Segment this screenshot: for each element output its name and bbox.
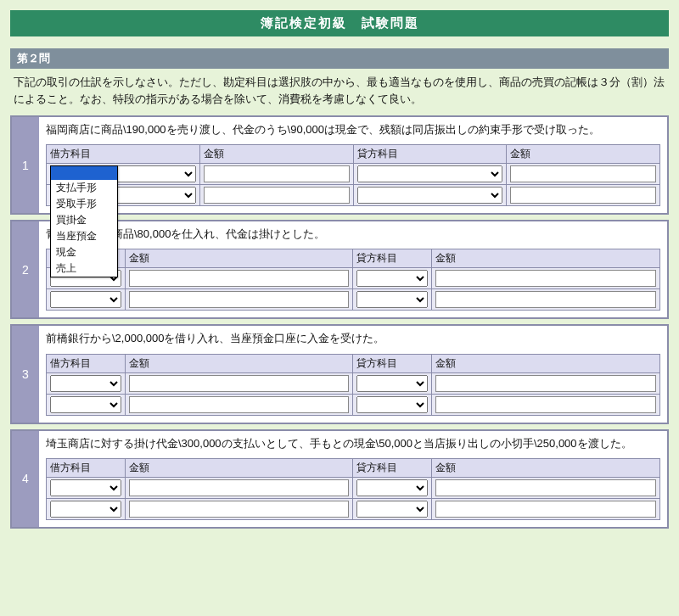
col-debit-account: 借方科目 [47,145,200,164]
dropdown-option[interactable]: 現金 [51,244,117,260]
dropdown-option[interactable]: 支払手形 [51,180,117,196]
table-row [47,477,660,498]
dropdown-option[interactable]: 買掛金 [51,212,117,228]
table-row [47,185,660,206]
instructions-text: 下記の取引の仕訳を示しなさい。ただし、勘定科目は選択肢の中から、最も適当なものを… [10,69,669,115]
credit-account-select[interactable] [356,501,428,518]
col-credit-account: 貸方科目 [353,249,432,268]
debit-amount-input[interactable] [129,501,350,518]
credit-amount-input[interactable] [510,165,656,182]
credit-account-select[interactable] [357,165,503,182]
col-debit-account: 借方科目 [47,354,126,372]
col-debit-amount: 金額 [199,145,353,164]
credit-amount-input[interactable] [435,396,656,413]
col-credit-amount: 金額 [432,249,660,268]
question-number: 4 [12,431,39,527]
dropdown-option[interactable]: 売上 [51,260,117,277]
credit-account-select[interactable] [356,375,428,392]
col-credit-account: 貸方科目 [353,458,432,477]
dropdown-option[interactable] [51,166,117,180]
credit-account-select[interactable] [356,479,428,496]
credit-amount-input[interactable] [435,375,656,392]
question-text: 埼玉商店に対する掛け代金\300,000の支払いとして、手もとの現金\50,00… [46,436,660,451]
question-text: 前橋銀行から\2,000,000を借り入れ、当座預金口座に入金を受けた。 [46,331,660,346]
credit-account-select[interactable] [356,270,428,287]
credit-account-select[interactable] [356,291,428,308]
journal-entry-table: 借方科目 金額 貸方科目 金額 [46,249,660,311]
debit-account-select[interactable] [50,479,121,496]
col-debit-amount: 金額 [125,249,353,268]
section-label: 第２問 [10,48,669,69]
debit-account-select[interactable] [50,291,121,308]
credit-amount-input[interactable] [435,501,656,518]
dropdown-option[interactable]: 当座預金 [51,228,117,244]
question-number: 3 [12,326,39,422]
question-text: 福岡商店に商品\190,000を売り渡し、代金のうち\90,000は現金で、残額… [46,122,660,137]
table-row [47,164,660,185]
table-row [47,289,660,311]
credit-amount-input[interactable] [510,187,656,204]
col-credit-amount: 金額 [507,145,660,164]
debit-amount-input[interactable] [129,479,350,496]
col-credit-account: 貸方科目 [353,354,432,372]
debit-amount-input[interactable] [129,375,350,392]
col-debit-amount: 金額 [125,458,353,477]
journal-entry-table: 借方科目 金額 貸方科目 金額 [46,144,660,206]
journal-entry-table: 借方科目 金額 貸方科目 金額 [46,354,660,416]
question-block: 4 埼玉商店に対する掛け代金\300,000の支払いとして、手もとの現金\50,… [10,429,669,529]
account-dropdown-open[interactable]: 支払手形受取手形買掛金当座預金現金売上 [50,165,118,277]
journal-entry-table: 借方科目 金額 貸方科目 金額 [46,458,660,520]
table-row [47,268,660,289]
credit-amount-input[interactable] [435,270,656,287]
table-row [47,498,660,519]
debit-amount-input[interactable] [204,187,350,204]
debit-amount-input[interactable] [129,396,350,413]
col-credit-amount: 金額 [432,458,660,477]
debit-account-select[interactable] [50,501,121,518]
debit-amount-input[interactable] [204,165,350,182]
col-debit-account: 借方科目 [47,458,126,477]
col-credit-account: 貸方科目 [353,145,507,164]
col-debit-amount: 金額 [125,354,353,372]
table-row [47,394,660,415]
table-row [47,372,660,394]
debit-account-select[interactable] [50,375,121,392]
question-text: 青森商店から商品\80,000を仕入れ、代金は掛けとした。 [46,227,660,242]
question-number: 2 [12,221,39,317]
debit-amount-input[interactable] [129,291,350,308]
question-number: 1 [12,117,39,213]
debit-amount-input[interactable] [129,270,350,287]
dropdown-option[interactable]: 受取手形 [51,196,117,212]
credit-account-select[interactable] [357,187,503,204]
question-block: 3 前橋銀行から\2,000,000を借り入れ、当座預金口座に入金を受けた。 借… [10,324,669,423]
debit-account-select[interactable] [50,396,121,413]
credit-amount-input[interactable] [435,291,656,308]
page-title: 簿記検定初級 試験問題 [10,10,669,36]
credit-amount-input[interactable] [435,479,656,496]
col-credit-amount: 金額 [432,354,660,372]
credit-account-select[interactable] [356,396,428,413]
